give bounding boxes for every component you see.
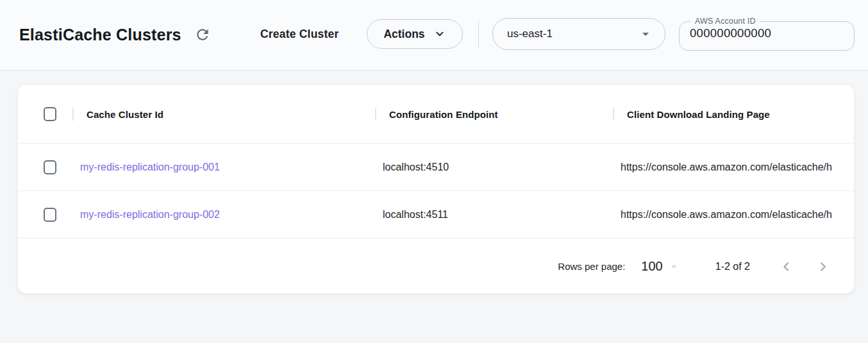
region-select[interactable]: us-east-1 (492, 18, 665, 50)
cell-cluster-id: my-redis-replication-group-001 (72, 162, 375, 173)
cluster-link[interactable]: my-redis-replication-group-001 (80, 162, 220, 172)
cell-landing-page: https://console.aws.amazon.com/elasticac… (613, 162, 854, 173)
dropdown-arrow-icon (667, 260, 680, 273)
rows-per-page-value: 100 (641, 259, 662, 274)
region-select-value: us-east-1 (507, 28, 553, 40)
actions-button[interactable]: Actions (367, 19, 463, 49)
column-header-client-download-landing-page[interactable]: Client Download Landing Page (613, 85, 854, 143)
create-cluster-button[interactable]: Create Cluster (260, 26, 338, 43)
clusters-table-card: Cache Cluster Id Configuration Endpoint … (18, 85, 854, 294)
row-checkbox-cell (18, 208, 72, 222)
row-checkbox[interactable] (44, 208, 56, 222)
cell-configuration-endpoint: localhost:4510 (375, 162, 613, 173)
select-all-checkbox[interactable] (44, 107, 56, 121)
column-header-configuration-endpoint[interactable]: Configuration Endpoint (375, 85, 613, 143)
actions-button-label: Actions (383, 28, 424, 41)
table-row: my-redis-replication-group-001 localhost… (18, 144, 854, 191)
column-header-cache-cluster-id[interactable]: Cache Cluster Id (72, 85, 375, 143)
chevron-down-icon (433, 28, 446, 40)
next-page-button[interactable] (815, 259, 831, 274)
cell-configuration-endpoint: localhost:4511 (375, 209, 613, 221)
row-checkbox-cell (18, 160, 72, 174)
top-toolbar: ElastiCache Clusters Create Cluster Acti… (0, 0, 868, 71)
header-checkbox-cell (18, 107, 72, 121)
page-title: ElastiCache Clusters (19, 25, 181, 44)
rows-per-page-label: Rows per page: (558, 261, 625, 272)
refresh-icon (194, 35, 211, 45)
refresh-button[interactable] (194, 26, 212, 44)
rows-per-page-select[interactable]: 100 (641, 259, 680, 274)
table-row: my-redis-replication-group-002 localhost… (18, 191, 854, 238)
aws-account-id-input[interactable] (686, 26, 840, 44)
aws-account-id-label: AWS Account ID (691, 17, 760, 26)
dropdown-arrow-icon (638, 26, 653, 42)
toolbar-divider (478, 20, 479, 48)
chevron-right-icon (815, 267, 831, 276)
table-pagination: Rows per page: 100 1-2 of 2 (18, 238, 854, 294)
pagination-range-label: 1-2 of 2 (715, 261, 750, 272)
chevron-left-icon (778, 267, 794, 276)
aws-account-id-field: AWS Account ID (679, 17, 855, 51)
table-header-row: Cache Cluster Id Configuration Endpoint … (18, 85, 854, 144)
cell-landing-page: https://console.aws.amazon.com/elasticac… (613, 209, 854, 221)
row-checkbox[interactable] (44, 160, 56, 174)
previous-page-button[interactable] (778, 259, 794, 274)
cell-cluster-id: my-redis-replication-group-002 (72, 209, 375, 221)
cluster-link[interactable]: my-redis-replication-group-002 (80, 209, 220, 220)
